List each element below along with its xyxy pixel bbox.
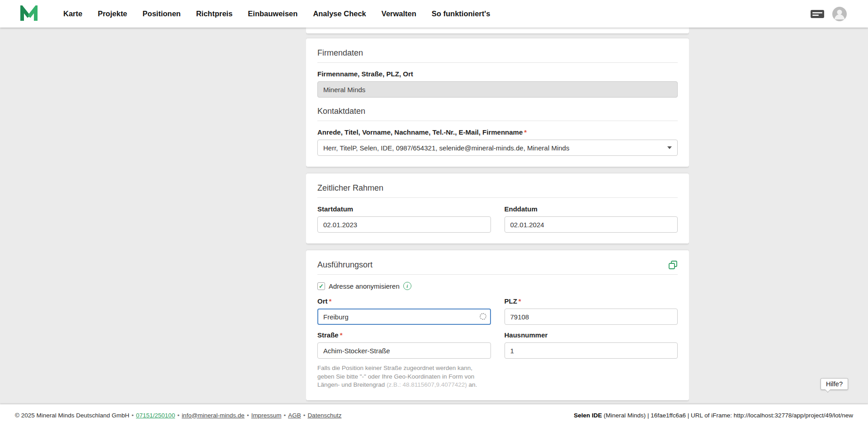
startdatum-label: Startdatum bbox=[317, 205, 491, 213]
kontaktdaten-title: Kontaktdaten bbox=[317, 107, 678, 116]
keyboard-icon[interactable] bbox=[810, 9, 825, 19]
company-field-label: Firmenname, Straße, PLZ, Ort bbox=[317, 70, 678, 78]
ide-name: Selen IDE bbox=[574, 412, 602, 419]
footer-impressum-link[interactable]: Impressum bbox=[251, 412, 282, 419]
enddatum-label: Enddatum bbox=[505, 205, 678, 213]
loading-spinner-icon bbox=[480, 313, 486, 320]
firmendaten-card: Firmendaten Firmenname, Straße, PLZ, Ort… bbox=[306, 38, 689, 167]
enddatum-field: Enddatum bbox=[505, 205, 678, 233]
firmendaten-title: Firmendaten bbox=[317, 48, 678, 58]
zeitraum-card: Zeitlicher Rahmen Startdatum Enddatum bbox=[306, 173, 689, 243]
hausnummer-field: Hausnummer bbox=[505, 331, 678, 359]
previous-card-fragment bbox=[306, 28, 689, 33]
anonymize-label: Adresse anonymisieren bbox=[329, 282, 400, 290]
copy-icon[interactable] bbox=[668, 260, 678, 270]
info-icon[interactable]: i bbox=[403, 282, 411, 290]
hausnummer-input[interactable] bbox=[505, 342, 678, 359]
kontakt-field-label: Anrede, Titel, Vorname, Nachname, Tel.-N… bbox=[317, 128, 678, 136]
divider bbox=[317, 121, 678, 121]
brand-logo[interactable] bbox=[20, 5, 38, 23]
nav-item-karte[interactable]: Karte bbox=[63, 9, 82, 18]
strasse-help-text: Falls die Position keiner Straße zugeord… bbox=[317, 364, 491, 389]
strasse-label: Straße* bbox=[317, 331, 491, 339]
divider bbox=[317, 197, 678, 198]
geo-coords-example: (z.B.: 48.8115607,9.4077422) bbox=[387, 381, 467, 388]
ort-label: Ort* bbox=[317, 297, 491, 305]
nav-item-analyse-check[interactable]: Analyse Check bbox=[313, 9, 366, 18]
help-button[interactable]: Hilfe? bbox=[821, 378, 848, 390]
required-marker: * bbox=[524, 128, 527, 136]
kontakt-select[interactable]: Herr, TitelP, Selen, IDE, 0987/654321, s… bbox=[317, 140, 678, 156]
zeitraum-title: Zeitlicher Rahmen bbox=[317, 183, 678, 193]
user-avatar-icon[interactable] bbox=[832, 6, 847, 22]
strasse-input[interactable] bbox=[317, 342, 491, 359]
nav-item-positionen[interactable]: Positionen bbox=[142, 9, 180, 18]
separator-dot: • bbox=[303, 412, 306, 419]
chevron-down-icon bbox=[667, 146, 672, 149]
divider bbox=[317, 62, 678, 63]
nav-item-verwalten[interactable]: Verwalten bbox=[382, 9, 416, 18]
plz-field: PLZ* bbox=[505, 297, 678, 325]
startdatum-input[interactable] bbox=[317, 216, 491, 233]
divider bbox=[317, 274, 678, 275]
plz-label: PLZ* bbox=[505, 297, 678, 305]
ide-details: (Mineral Minds) | 16fae1ffc6a6 | URL of … bbox=[602, 412, 853, 419]
nav-item-einbauweisen[interactable]: Einbauweisen bbox=[248, 9, 297, 18]
nav-item-projekte[interactable]: Projekte bbox=[98, 9, 127, 18]
anonymize-checkbox[interactable]: ✓ bbox=[317, 282, 325, 290]
plz-input[interactable] bbox=[505, 309, 678, 325]
main-content: Firmendaten Firmenname, Straße, PLZ, Ort… bbox=[306, 28, 689, 404]
footer-datenschutz-link[interactable]: Datenschutz bbox=[307, 412, 341, 419]
brand-logo-icon bbox=[20, 5, 38, 23]
nav-right-icons bbox=[810, 6, 847, 22]
startdatum-field: Startdatum bbox=[317, 205, 491, 233]
ausfuehrungsort-card: Ausführungsort ✓ Adresse anonymisieren i… bbox=[306, 250, 689, 400]
nav-item-so-funktionierts[interactable]: So funktioniert's bbox=[432, 9, 491, 18]
separator-dot: • bbox=[247, 412, 249, 419]
kontakt-field-label-text: Anrede, Titel, Vorname, Nachname, Tel.-N… bbox=[317, 128, 523, 136]
footer-agb-link[interactable]: AGB bbox=[288, 412, 301, 419]
kontakt-select-value: Herr, TitelP, Selen, IDE, 0987/654321, s… bbox=[323, 144, 569, 152]
separator-dot: • bbox=[132, 412, 134, 419]
required-marker: * bbox=[329, 297, 332, 305]
enddatum-input[interactable] bbox=[505, 216, 678, 233]
separator-dot: • bbox=[283, 412, 286, 419]
top-nav: Karte Projekte Positionen Richtpreis Ein… bbox=[0, 0, 868, 28]
strasse-field: Straße* bbox=[317, 331, 491, 359]
required-marker: * bbox=[340, 331, 343, 339]
check-icon: ✓ bbox=[319, 283, 324, 289]
ausfuehrungsort-title: Ausführungsort bbox=[317, 260, 373, 270]
required-marker: * bbox=[519, 297, 521, 305]
copyright-text: © 2025 Mineral Minds Deutschland GmbH bbox=[15, 412, 129, 419]
separator-dot: • bbox=[177, 412, 179, 419]
footer-left: © 2025 Mineral Minds Deutschland GmbH • … bbox=[15, 412, 341, 419]
footer-phone-link[interactable]: 07151/250100 bbox=[136, 412, 175, 419]
ort-input[interactable] bbox=[317, 309, 491, 325]
ort-field: Ort* bbox=[317, 297, 491, 325]
footer: © 2025 Mineral Minds Deutschland GmbH • … bbox=[0, 404, 868, 426]
hausnummer-label: Hausnummer bbox=[505, 331, 678, 339]
footer-email-link[interactable]: info@mineral-minds.de bbox=[182, 412, 245, 419]
company-input bbox=[317, 81, 678, 98]
footer-ide-info: Selen IDE (Mineral Minds) | 16fae1ffc6a6… bbox=[574, 412, 853, 419]
nav-item-richtpreis[interactable]: Richtpreis bbox=[196, 9, 233, 18]
